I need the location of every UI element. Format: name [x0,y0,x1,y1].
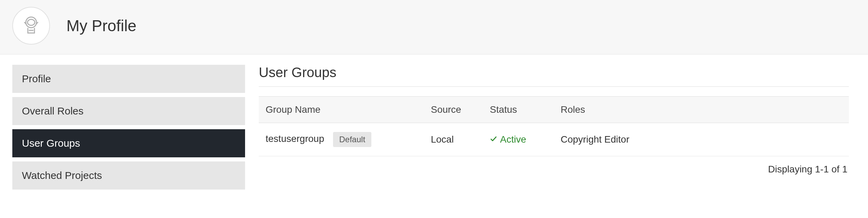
pager-text: Displaying 1-1 of 1 [259,156,849,175]
group-name-text: testusergroup [266,133,324,144]
default-badge: Default [333,132,371,147]
sidebar-item-watched-projects[interactable]: Watched Projects [12,161,245,190]
user-groups-table: Group Name Source Status Roles testuserg… [259,96,849,156]
col-header-group-name: Group Name [259,97,424,123]
astronaut-icon [21,14,42,37]
cell-group-name: testusergroup Default [259,123,424,156]
sidebar-item-profile[interactable]: Profile [12,65,245,93]
sidebar-item-overall-roles[interactable]: Overall Roles [12,97,245,125]
page-title: My Profile [66,16,136,35]
col-header-roles: Roles [554,97,849,123]
cell-roles: Copyright Editor [554,123,849,156]
cell-source: Local [424,123,483,156]
status-badge: Active [490,134,526,145]
avatar [12,7,50,45]
sidebar-item-label: Overall Roles [22,105,84,117]
sidebar-item-label: User Groups [22,137,80,149]
status-text: Active [500,134,526,145]
check-icon [490,134,497,145]
sidebar-item-label: Profile [22,73,51,84]
col-header-source: Source [424,97,483,123]
col-header-status: Status [483,97,554,123]
svg-point-1 [27,20,35,25]
page-header: My Profile [0,0,868,54]
table-header-row: Group Name Source Status Roles [259,97,849,123]
main-content: User Groups Group Name Source Status Rol… [259,65,856,175]
table-row: testusergroup Default Local Active [259,123,849,156]
sidebar-item-user-groups[interactable]: User Groups [12,129,245,157]
sidebar-item-label: Watched Projects [22,170,102,181]
section-title: User Groups [259,65,849,87]
sidebar: Profile Overall Roles User Groups Watche… [12,65,245,194]
cell-status: Active [483,123,554,156]
